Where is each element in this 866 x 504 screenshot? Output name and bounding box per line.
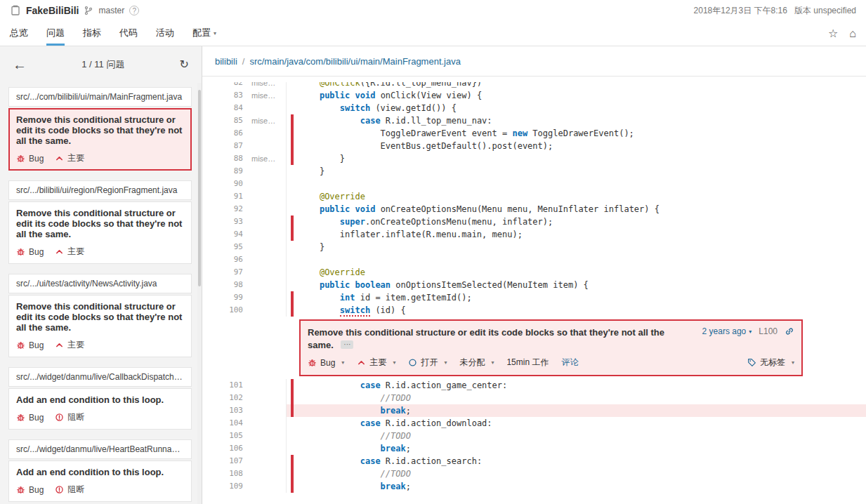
issue-age-dropdown[interactable]: 2 years ago ▾ xyxy=(702,326,752,336)
code-text: break; xyxy=(299,480,866,493)
line-number[interactable]: 88 xyxy=(211,152,251,165)
file-path-header[interactable]: src/.../widget/danmu/live/CallbackDispat… xyxy=(8,367,192,387)
line-number[interactable]: 92 xyxy=(211,203,251,215)
issue-marker[interactable] xyxy=(287,228,299,241)
line-number[interactable]: 86 xyxy=(211,127,251,140)
issue-marker[interactable] xyxy=(287,404,299,417)
favorite-star-icon[interactable]: ☆ xyxy=(828,27,838,40)
issue-severity-dropdown[interactable]: 主要 ▾ xyxy=(357,357,395,369)
line-number[interactable]: 103 xyxy=(211,404,251,417)
breadcrumb-project-link[interactable]: bilibili xyxy=(215,56,237,67)
back-arrow-icon[interactable]: ← xyxy=(13,58,27,72)
line-number[interactable]: 100 xyxy=(211,304,251,317)
line-number[interactable]: 94 xyxy=(211,228,251,241)
line-number[interactable]: 96 xyxy=(211,253,251,266)
tab-label: 问题 xyxy=(46,27,65,39)
code-line-92: 92 public void onCreateOptionsMenu(Menu … xyxy=(211,203,866,215)
issue-marker[interactable] xyxy=(287,291,299,304)
major-severity-icon xyxy=(55,247,64,256)
line-number[interactable]: 102 xyxy=(211,392,251,404)
issues-list: src/.../com/bilibili/ui/main/MainFragmen… xyxy=(0,83,202,504)
line-number[interactable]: 83 xyxy=(211,89,251,102)
code-line-82: 82mise… @OnClick({R.id.ll_top_menu_nav}) xyxy=(211,82,866,89)
issue-marker[interactable] xyxy=(287,379,299,392)
line-number[interactable]: 109 xyxy=(211,480,251,493)
scm-author xyxy=(251,266,287,279)
file-path-header[interactable]: src/.../bilibili/ui/region/RegionFragmen… xyxy=(8,180,192,200)
scrollbar-thumb[interactable] xyxy=(198,90,201,286)
issue-marker[interactable] xyxy=(287,304,299,317)
issue-marker[interactable] xyxy=(287,467,299,480)
project-identity: FakeBiliBili master ? xyxy=(10,5,139,16)
blocker-severity-icon xyxy=(55,485,64,494)
issue-marker[interactable] xyxy=(287,140,299,152)
issue-message-wrap: Remove this conditional structure or edi… xyxy=(308,326,673,351)
issue-marker[interactable] xyxy=(287,152,299,165)
line-number[interactable]: 107 xyxy=(211,455,251,467)
line-number[interactable]: 98 xyxy=(211,279,251,291)
issue-tags-dropdown[interactable]: 无标签 ▾ xyxy=(747,357,794,369)
code-text: switch (id) { xyxy=(299,304,866,317)
issue-marker[interactable] xyxy=(287,455,299,467)
issue-card[interactable]: Add an end condition to this loop.Bug阻断 xyxy=(8,460,192,502)
issue-comment-button[interactable]: 评论 xyxy=(561,357,578,369)
issue-marker[interactable] xyxy=(287,114,299,127)
tab-code[interactable]: 代码 xyxy=(119,21,138,46)
breadcrumb-file-link[interactable]: src/main/java/com/bilibili/ui/main/MainF… xyxy=(249,56,461,67)
line-number[interactable]: 105 xyxy=(211,430,251,442)
issue-status-dropdown[interactable]: 打开 ▾ xyxy=(408,357,447,369)
line-number[interactable]: 84 xyxy=(211,102,251,114)
line-number[interactable]: 104 xyxy=(211,417,251,430)
home-icon[interactable]: ⌂ xyxy=(849,27,856,40)
file-path-header[interactable]: src/.../widget/danmu/live/HeartBeatRunna… xyxy=(8,439,192,459)
issue-assignee-label: 未分配 xyxy=(459,357,485,369)
issue-card[interactable]: Add an end condition to this loop.Bug阻断 xyxy=(8,388,192,430)
scm-author xyxy=(251,241,287,253)
line-number[interactable]: 82 xyxy=(211,82,251,89)
issue-file-group: src/.../ui/test/activity/NewsActivity.ja… xyxy=(8,274,192,357)
sidebar-scrollbar[interactable] xyxy=(197,83,202,504)
line-number[interactable]: 106 xyxy=(211,442,251,455)
issue-marker-empty xyxy=(287,253,299,266)
navbar-icons: ☆ ⌂ xyxy=(828,21,856,46)
issue-card[interactable]: Remove this conditional structure or edi… xyxy=(8,201,192,264)
tab-issues[interactable]: 问题 xyxy=(46,21,65,46)
issue-type-dropdown[interactable]: Bug ▾ xyxy=(308,358,344,368)
line-number[interactable]: 87 xyxy=(211,140,251,152)
line-number[interactable]: 99 xyxy=(211,291,251,304)
scm-author xyxy=(251,404,287,417)
file-path-header[interactable]: src/.../ui/test/activity/NewsActivity.ja… xyxy=(8,274,192,293)
project-name[interactable]: FakeBiliBili xyxy=(26,5,79,16)
issue-marker-empty xyxy=(287,165,299,178)
code-line-84: 84 switch (view.getId()) { xyxy=(211,102,866,114)
branch-help-icon[interactable]: ? xyxy=(129,6,139,15)
line-number[interactable]: 90 xyxy=(211,178,251,190)
file-path-header[interactable]: src/.../com/bilibili/ui/main/MainFragmen… xyxy=(8,87,192,107)
issue-marker[interactable] xyxy=(287,215,299,228)
line-number[interactable]: 95 xyxy=(211,241,251,253)
reload-icon[interactable]: ↻ xyxy=(180,59,189,70)
line-number[interactable]: 108 xyxy=(211,467,251,480)
issue-marker[interactable] xyxy=(287,480,299,493)
branch-name[interactable]: master xyxy=(98,6,124,15)
issue-marker-empty xyxy=(287,279,299,291)
tab-administration[interactable]: 配置▾ xyxy=(192,21,216,46)
line-number[interactable]: 89 xyxy=(211,165,251,178)
issue-card[interactable]: Remove this conditional structure or edi… xyxy=(8,295,192,357)
issue-marker[interactable] xyxy=(287,392,299,404)
line-number[interactable]: 93 xyxy=(211,215,251,228)
issue-more-button[interactable]: ··· xyxy=(341,340,353,349)
line-number[interactable]: 85 xyxy=(211,114,251,127)
issue-marker[interactable] xyxy=(287,127,299,140)
permalink-icon[interactable] xyxy=(785,326,794,336)
tab-measures[interactable]: 指标 xyxy=(83,21,101,46)
issue-assignee-dropdown[interactable]: 未分配 ▾ xyxy=(459,357,494,369)
issue-card[interactable]: Remove this conditional structure or edi… xyxy=(8,108,192,171)
line-number[interactable]: 101 xyxy=(211,379,251,392)
tab-overview[interactable]: 总览 xyxy=(10,21,28,46)
line-number[interactable]: 97 xyxy=(211,266,251,279)
code-line-100: 100 switch (id) { xyxy=(211,304,866,317)
line-number[interactable]: 91 xyxy=(211,190,251,203)
issue-card-message: Add an end condition to this loop. xyxy=(16,467,184,477)
tab-activity[interactable]: 活动 xyxy=(156,21,174,46)
